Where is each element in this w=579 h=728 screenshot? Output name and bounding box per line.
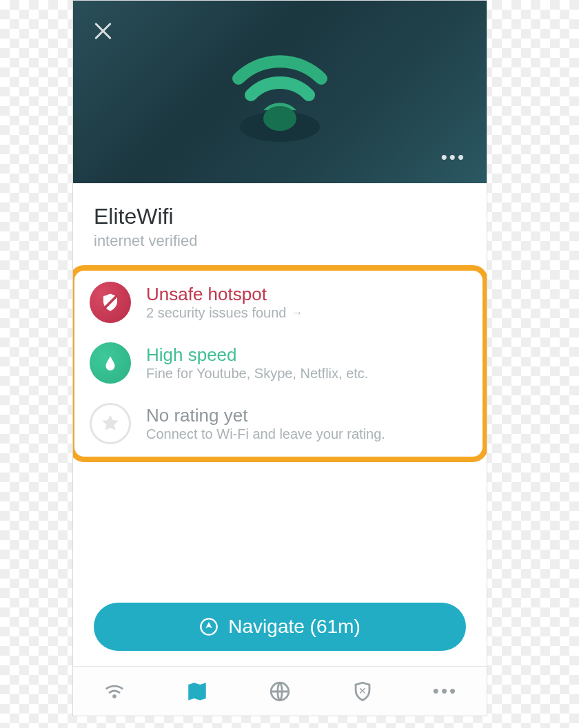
network-status: internet verified <box>94 232 466 250</box>
drop-icon <box>90 342 131 384</box>
navigate-arrow-icon <box>199 617 219 636</box>
row-speed-sub: Fine for Youtube, Skype, Netflix, etc. <box>146 366 368 382</box>
navigate-label: Navigate (61m) <box>228 616 360 638</box>
tab-bar: ✕ ••• <box>73 666 487 716</box>
close-icon[interactable] <box>92 20 114 42</box>
row-speed-title: High speed <box>146 344 368 366</box>
svg-point-4 <box>112 694 116 698</box>
row-rating[interactable]: No rating yet Connect to Wi-Fi and leave… <box>90 403 467 444</box>
tab-globe[interactable] <box>266 678 294 705</box>
status-highlight-box: Unsafe hotspot 2 security issues found →… <box>72 265 487 462</box>
hero-more-icon[interactable]: ••• <box>441 147 466 168</box>
tab-more[interactable]: ••• <box>431 678 459 705</box>
row-safety-sub-text: 2 security issues found <box>146 305 286 321</box>
star-icon <box>90 403 131 444</box>
more-dots-icon: ••• <box>433 680 458 702</box>
hero-banner: ••• <box>73 1 487 183</box>
row-safety-title: Unsafe hotspot <box>146 284 303 305</box>
row-safety-sub: 2 security issues found → <box>146 305 303 321</box>
tab-map[interactable] <box>183 678 211 705</box>
svg-text:✕: ✕ <box>358 685 367 696</box>
row-speed[interactable]: High speed Fine for Youtube, Skype, Netf… <box>90 342 467 384</box>
network-title-block: EliteWifi internet verified <box>73 183 487 265</box>
tab-wifi[interactable] <box>101 678 128 705</box>
shield-slash-icon <box>90 282 131 323</box>
wifi-graphic-icon <box>218 37 342 147</box>
row-safety[interactable]: Unsafe hotspot 2 security issues found → <box>90 282 467 323</box>
row-rating-title: No rating yet <box>146 405 385 426</box>
content-area: Navigate (61m) <box>73 462 487 666</box>
navigate-button[interactable]: Navigate (61m) <box>94 603 466 651</box>
chevron-right-icon: → <box>290 306 303 320</box>
tab-shield[interactable]: ✕ <box>349 678 376 705</box>
app-screen: ••• EliteWifi internet verified Unsafe h… <box>72 0 487 716</box>
row-rating-sub: Connect to Wi-Fi and leave your rating. <box>146 426 385 442</box>
svg-point-1 <box>263 106 296 131</box>
network-name: EliteWifi <box>94 204 466 229</box>
